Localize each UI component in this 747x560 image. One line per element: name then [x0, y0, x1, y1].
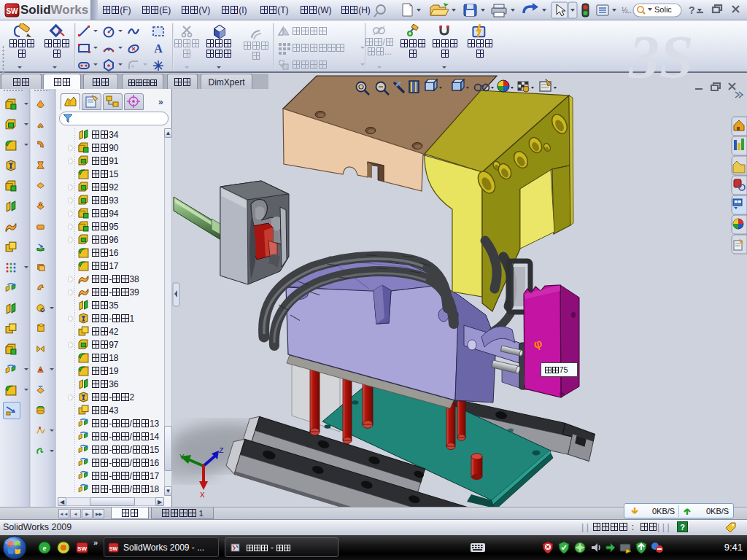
svg-text:⅓..: ⅓..: [622, 7, 632, 15]
svg-text:Solic: Solic: [654, 5, 672, 14]
svg-text:SW: SW: [77, 545, 87, 552]
svg-text:A: A: [154, 42, 163, 55]
svg-text:e: e: [43, 543, 47, 552]
svg-text:Z: Z: [219, 446, 224, 455]
svg-text:SW: SW: [6, 7, 18, 15]
svg-text:X: X: [200, 491, 205, 499]
svg-text:SW: SW: [109, 546, 118, 552]
svg-text:Y: Y: [179, 453, 185, 462]
